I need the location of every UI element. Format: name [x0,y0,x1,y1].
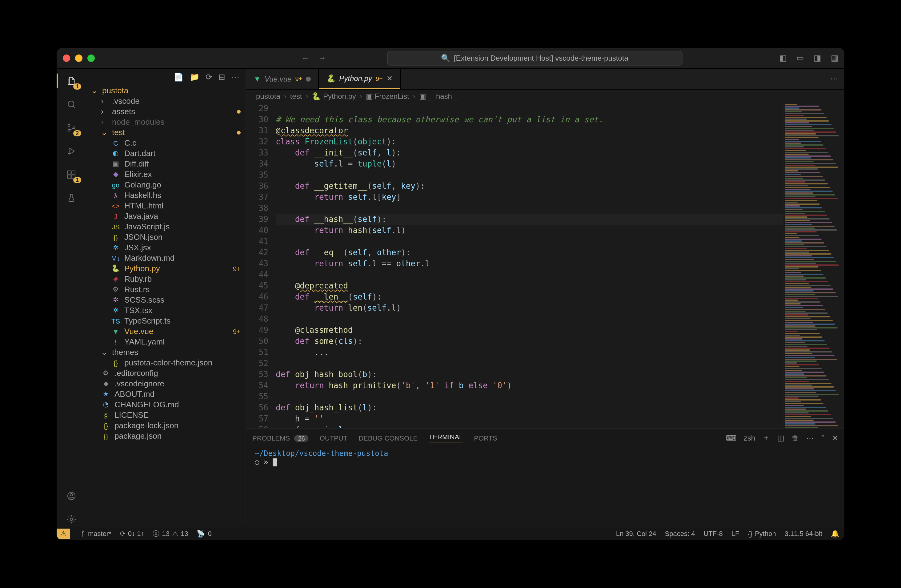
terminal-content[interactable]: ~/Desktop/vscode-theme-pustota ○ » [246,447,844,469]
breadcrumb-item[interactable]: test [290,92,302,101]
code-line[interactable]: @classdecorator [276,125,783,136]
code-line[interactable]: def obj_hash_bool(b): [276,369,783,380]
tab-ports[interactable]: PORTS [474,434,497,441]
ports-indicator[interactable]: 📡 0 [196,530,211,538]
back-icon[interactable]: ← [302,53,310,62]
maximize-panel-icon[interactable]: ˄ [821,434,825,442]
notifications-icon[interactable]: 🔔 [831,530,839,538]
code-line[interactable]: return len(self.l) [276,303,783,314]
file-row[interactable]: ◔CHANGELOG.md [86,399,246,410]
file-row[interactable]: ◆.vscodeignore [86,378,246,389]
new-folder-icon[interactable]: 📁 [190,72,200,81]
problems-indicator[interactable]: ⓧ 13 ⚠ 13 [153,529,188,538]
terminal-shell-icon[interactable]: ⌨ [726,434,736,442]
toggle-sidebar-icon[interactable]: ◧ [779,53,787,62]
breadcrumb[interactable]: pustota›test›🐍 Python.py›▣ FrozenList›▣ … [246,90,844,103]
folder-row[interactable]: ⌄pustota [86,85,246,96]
file-row[interactable]: ★ABOUT.md [86,389,246,399]
file-row[interactable]: {}package.json [86,431,246,441]
code-line[interactable]: return self.l == other.l [276,258,783,269]
code-line[interactable]: def __init__(self, l): [276,147,783,159]
breadcrumb-item[interactable]: pustota [256,92,280,101]
code-line[interactable] [276,236,783,247]
code-line[interactable] [276,314,783,325]
file-tree[interactable]: ⌄pustota›.vscode›assets›node_modules⌄tes… [86,85,246,527]
file-row[interactable]: M↓Markdown.md [86,253,246,263]
shell-name[interactable]: zsh [744,434,755,442]
code-line[interactable]: @deprecated [276,281,783,292]
file-row[interactable]: {}pustota-color-theme.json [86,357,246,368]
code-line[interactable]: for o in l: [276,424,783,428]
new-terminal-icon[interactable]: ＋ [762,432,770,443]
tab-more-icon[interactable]: ⋯ [824,74,844,83]
code-line[interactable]: def __eq__(self, other): [276,247,783,258]
indentation[interactable]: Spaces: 4 [665,530,695,537]
code-line[interactable]: return self.l[key] [276,192,783,203]
folder-row[interactable]: ›node_modules [86,117,246,127]
close-tab-icon[interactable]: ✕ [387,74,393,83]
file-row[interactable]: <>HTML.html [86,200,246,211]
refresh-icon[interactable]: ⟳ [206,72,212,81]
folder-row[interactable]: ›assets [86,106,246,117]
split-terminal-icon[interactable]: ◫ [777,434,784,442]
collapse-icon[interactable]: ⊟ [218,72,225,81]
eol[interactable]: LF [731,530,739,537]
run-debug-icon[interactable] [64,144,79,159]
new-file-icon[interactable]: 📄 [173,72,183,81]
code-line[interactable]: return hash_primitive('b', '1' if b else… [276,380,783,391]
tab-debug-console[interactable]: DEBUG CONSOLE [359,434,418,441]
file-row[interactable]: ▣Diff.diff [86,159,246,169]
file-row[interactable]: §LICENSE [86,410,246,420]
folder-row[interactable]: ›.vscode [86,96,246,106]
maximize-window[interactable] [87,54,95,62]
search-icon[interactable] [64,97,79,112]
editor-tab[interactable]: 🐍Python.py9+✕ [319,69,401,89]
code-line[interactable]: # We need this class because otherwise w… [276,114,783,125]
code-line[interactable]: return hash(self.l) [276,225,783,236]
code-line[interactable]: def __getitem__(self, key): [276,181,783,192]
close-window[interactable] [63,54,70,62]
python-version[interactable]: 3.11.5 64-bit [785,530,822,537]
file-row[interactable]: ✲TSX.tsx [86,305,246,315]
code-line[interactable] [276,391,783,402]
more-icon[interactable]: ⋯ [231,72,239,81]
file-row[interactable]: {}JSON.json [86,232,246,242]
file-row[interactable]: ⚙Rust.rs [86,284,246,295]
sync-indicator[interactable]: ⟳ 0↓ 1↑ [120,530,144,538]
more-icon[interactable]: ⋯ [806,434,814,442]
file-row[interactable]: 🐍Python.py9+ [86,263,246,274]
code-line[interactable] [276,358,783,369]
code-line[interactable]: def obj_hash_list(l): [276,402,783,413]
tab-terminal[interactable]: TERMINAL [429,433,463,442]
minimize-window[interactable] [75,54,83,62]
file-row[interactable]: JJava.java [86,211,246,221]
code-content[interactable]: # We need this class because otherwise w… [276,103,783,428]
code-line[interactable] [276,170,783,181]
file-row[interactable]: λHaskell.hs [86,190,246,200]
code-line[interactable]: ... [276,347,783,358]
editor-tab[interactable]: ▼Vue.vue9+ [246,69,319,89]
file-row[interactable]: JSJavaScript.js [86,221,246,232]
tab-output[interactable]: OUTPUT [320,434,348,441]
code-line[interactable]: self.l = tuple(l) [276,159,783,170]
forward-icon[interactable]: → [318,53,326,62]
code-line[interactable]: @classmethod [276,325,783,336]
minimap[interactable] [783,103,844,428]
code-line[interactable] [276,203,783,214]
code-line[interactable]: def __len__(self): [276,292,783,303]
tab-problems[interactable]: PROBLEMS 26 [253,434,309,441]
encoding[interactable]: UTF-8 [703,530,723,537]
close-panel-icon[interactable]: ✕ [832,434,838,442]
file-row[interactable]: ✲SCSS.scss [86,295,246,305]
source-control-icon[interactable]: 2 [64,120,79,135]
code-line[interactable]: h = '' [276,413,783,424]
explorer-icon[interactable]: 1 [64,73,79,88]
breadcrumb-item[interactable]: ▣ __hash__ [419,92,460,101]
file-row[interactable]: ✲JSX.jsx [86,242,246,253]
settings-icon[interactable] [64,512,79,527]
cursor-position[interactable]: Ln 39, Col 24 [616,530,656,537]
file-row[interactable]: ▼Vue.vue9+ [86,326,246,337]
file-row[interactable]: CC.c [86,137,246,148]
testing-icon[interactable] [64,190,79,205]
file-row[interactable]: ⚙.editorconfig [86,368,246,378]
